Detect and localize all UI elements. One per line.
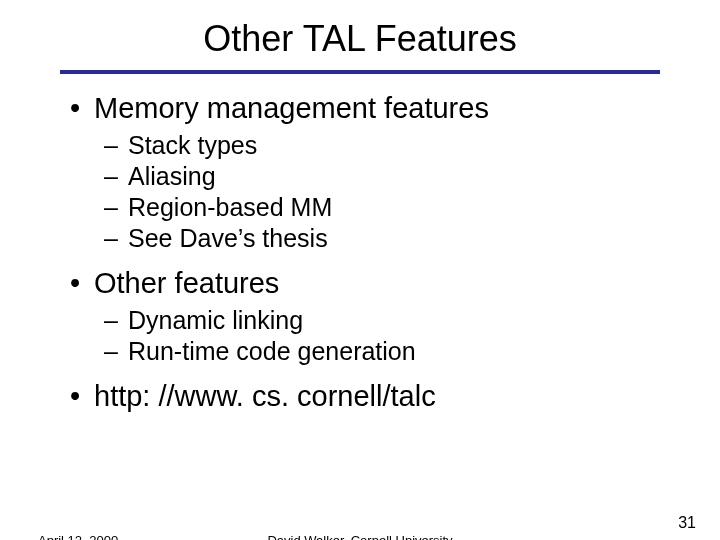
page-number: 31 [678, 514, 696, 532]
slide-content: Memory management features Stack types A… [0, 92, 720, 413]
sub-bullet: See Dave’s thesis [70, 224, 680, 253]
section-2: http: //www. cs. cornell/talc [70, 380, 680, 413]
sub-bullet: Stack types [70, 131, 680, 160]
sub-bullet: Region-based MM [70, 193, 680, 222]
section-0: Memory management features Stack types A… [70, 92, 680, 253]
section-heading: Other features [70, 267, 680, 300]
footer-author: David Walker, Cornell University [0, 533, 720, 540]
section-1: Other features Dynamic linking Run-time … [70, 267, 680, 366]
sub-bullet: Aliasing [70, 162, 680, 191]
sub-bullet: Run-time code generation [70, 337, 680, 366]
section-heading: Memory management features [70, 92, 680, 125]
slide-title: Other TAL Features [0, 18, 720, 60]
section-heading: http: //www. cs. cornell/talc [70, 380, 680, 413]
title-rule [60, 70, 660, 74]
slide: Other TAL Features Memory management fea… [0, 18, 720, 540]
sub-bullet: Dynamic linking [70, 306, 680, 335]
